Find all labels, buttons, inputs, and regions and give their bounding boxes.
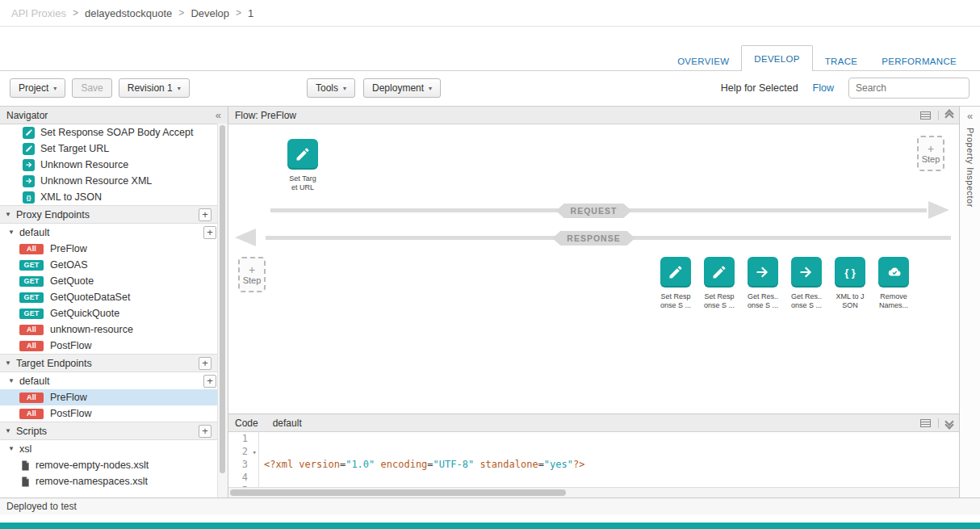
code-line[interactable]: <?xml version="1.0" encoding="UTF-8" sta… [264,458,959,471]
flow-step-get-response[interactable]: Get Res..onse S ... [742,257,784,310]
panel-layout-icon[interactable] [920,111,931,120]
section-scripts[interactable]: ▼ Scripts + [0,422,218,440]
scrollbar-thumb[interactable] [230,489,566,496]
revision-menu-button[interactable]: Revision 1▾ [119,78,190,98]
tab-trace[interactable]: TRACE [813,52,869,71]
tab-develop[interactable]: DEVELOP [741,45,812,71]
breadcrumb-separator: > [236,7,241,19]
pencil-icon[interactable] [660,257,691,288]
group-target-default[interactable]: ▼ default + [0,372,218,389]
cloud-check-icon[interactable] [878,257,909,288]
section-proxy-endpoints[interactable]: ▼ Proxy Endpoints + [0,205,218,224]
flow-item[interactable]: GET GetOAS [0,257,218,273]
flow-step-set-target-url[interactable]: Set Targ et URL [282,139,324,192]
flow-item-label: PostFlow [50,408,91,419]
toolbar: Project▾ Save Revision 1▾ Tools▾ Deploym… [0,71,980,107]
flow-item[interactable]: GET GetQuickQuote [0,305,218,321]
scrollbar-thumb[interactable] [220,125,225,473]
breadcrumb-item-api-proxies[interactable]: API Proxies [11,7,66,19]
flow-canvas[interactable]: Set Targ et URL + Step + Step REQUEST [228,124,959,414]
triangle-down-icon: ▼ [8,445,15,452]
flow-step-set-response[interactable]: Set Response S ... [655,257,697,310]
breadcrumb-item-proxy-name[interactable]: delayedstockquote [85,7,172,19]
add-response-step-button[interactable]: + Step [238,257,266,292]
method-badge: All [19,393,44,403]
method-badge: All [19,341,44,351]
script-file-item[interactable]: remove-empty-nodes.xslt [0,457,218,473]
group-proxy-default[interactable]: ▼ default + [0,224,218,241]
add-script-button[interactable]: + [199,425,211,438]
policy-label: Set Target URL [40,143,109,154]
collapse-down-icon[interactable] [946,418,953,428]
code-editor[interactable]: <?xml version="1.0" encoding="UTF-8" sta… [259,432,959,487]
project-menu-button[interactable]: Project▾ [10,78,65,98]
flow-item[interactable]: GET GetQuote [0,273,218,289]
panel-layout-icon[interactable] [920,419,931,427]
policy-item[interactable]: Set Response SOAP Body Accept [0,124,218,141]
response-arrow-icon [235,229,256,246]
deployment-menu-button[interactable]: Deployment▾ [363,78,441,98]
section-title: Scripts [16,426,47,437]
flow-step-xml-to-json[interactable]: { } XML to JSON [829,257,871,310]
add-target-endpoint-button[interactable]: + [199,357,211,370]
save-button[interactable]: Save [72,78,111,98]
policy-label: Unknown Resource XML [40,175,152,187]
flow-item[interactable]: All PreFlow [0,241,218,257]
help-for-selected-label: Help for Selected [721,82,798,94]
breadcrumb-item-revision[interactable]: 1 [248,7,253,19]
add-request-step-button[interactable]: + Step [917,136,944,171]
braces-icon[interactable]: { } [835,257,865,288]
code-editor-body: 12▾345▾ <?xml version="1.0" encoding="UT… [228,432,959,487]
header-divider [938,111,939,120]
code-horizontal-scrollbar[interactable] [228,487,959,498]
group-xsl[interactable]: ▼ xsl [0,440,218,457]
caret-down-icon: ▾ [53,85,57,92]
group-label: default [19,227,50,238]
property-inspector-strip[interactable]: « Property Inspector [959,107,980,498]
request-arrow-icon [928,201,949,219]
status-bar: Deployed to test [0,498,980,514]
arrow-icon[interactable] [748,257,778,288]
flow-item-label: GetQuickQuote [50,308,119,319]
script-file-item[interactable]: remove-namespaces.xslt [0,473,218,489]
collapse-up-icon[interactable] [946,111,953,120]
header-divider [938,418,939,428]
footer-gap [0,514,980,523]
add-flow-button[interactable]: + [203,375,216,388]
flow-item-selected[interactable]: All PreFlow [0,389,218,405]
flow-item[interactable]: All PostFlow [0,405,218,422]
expand-panel-icon[interactable]: « [967,111,973,121]
policy-item[interactable]: {} XML to JSON [0,189,218,205]
policy-item[interactable]: Unknown Resource [0,157,218,173]
flow-step-set-response[interactable]: Set Response S ... [698,257,740,310]
tools-menu-button[interactable]: Tools▾ [307,78,355,98]
breadcrumb: API Proxies > delayedstockquote > Develo… [0,0,980,27]
policy-item[interactable]: Unknown Resource XML [0,173,218,189]
flow-item[interactable]: All PostFlow [0,338,218,354]
section-target-endpoints[interactable]: ▼ Target Endpoints + [0,354,218,372]
collapse-panel-icon[interactable]: « [216,110,221,120]
flow-step-remove-namespaces[interactable]: RemoveNames... [873,257,915,310]
add-flow-button[interactable]: + [203,226,216,239]
search-input[interactable] [848,78,970,99]
pencil-icon[interactable] [704,257,735,288]
code-panel-header: Code default [228,414,959,432]
flow-help-link[interactable]: Flow [813,82,834,94]
line-number: 3 [228,458,248,471]
breadcrumb-item-develop[interactable]: Develop [191,7,229,19]
policy-item[interactable]: Set Target URL [0,141,218,157]
navigator-vertical-scrollbar[interactable] [217,124,228,498]
pencil-icon[interactable] [287,139,318,170]
flow-item[interactable]: All unknown-resource [0,321,218,338]
fold-arrow-icon[interactable]: ▾ [253,446,257,459]
response-steps-row: Set Response S ... Set Response S ... Ge… [655,257,915,310]
arrow-icon[interactable] [791,257,822,288]
code-file-tab[interactable]: default [273,418,302,429]
tab-overview[interactable]: OVERVIEW [665,52,741,71]
tab-performance[interactable]: PERFORMANCE [869,52,969,71]
content-area: Navigator « Set Response SOAP Body Accep… [0,107,980,498]
flow-item[interactable]: GET GetQuoteDataSet [0,289,218,305]
flow-step-get-response[interactable]: Get Res..onse S ... [785,257,827,310]
resource-arrow-icon [23,159,35,171]
add-proxy-endpoint-button[interactable]: + [199,208,211,221]
